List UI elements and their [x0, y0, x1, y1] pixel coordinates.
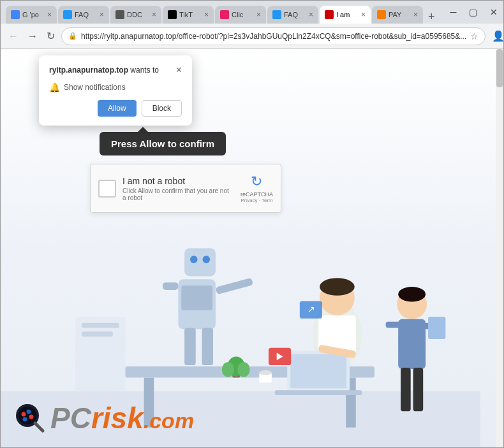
tab-close-g[interactable]: ×	[47, 10, 52, 19]
popup-site-text: ryitp.anapurnatop.top wants to	[49, 66, 159, 75]
page-content: ↗ ryitp.anapurnatop.top wants	[1, 49, 503, 447]
tab-close-tikt[interactable]: ×	[204, 10, 209, 19]
tab-title-tikt: TikT	[179, 11, 200, 18]
svg-rect-19	[275, 390, 362, 395]
scrollbar-thumb[interactable]	[496, 49, 503, 87]
svg-rect-12	[202, 328, 213, 365]
allow-button[interactable]: Allow	[98, 100, 137, 117]
tab-favicon-pay	[377, 10, 386, 19]
svg-rect-23	[398, 319, 426, 369]
tab-favicon-ddc	[115, 10, 124, 19]
pcrisk-logo-icon	[13, 401, 47, 435]
tab-close-iam[interactable]: ×	[361, 10, 366, 19]
tab-close-faq[interactable]: ×	[100, 10, 104, 19]
tab-favicon-faq	[63, 10, 72, 19]
tab-tikt[interactable]: TikT ×	[163, 6, 214, 24]
press-allow-callout: Press Allow to confirm	[100, 132, 226, 155]
tab-title-g: G 'po	[22, 11, 43, 18]
svg-point-22	[398, 287, 426, 301]
tab-close-click[interactable]: ×	[256, 10, 261, 19]
tab-strip: G 'po × FAQ × DDC × TikT × Clic ×	[6, 1, 439, 24]
svg-point-45	[27, 410, 31, 414]
svg-rect-26	[401, 368, 411, 411]
url-text: https://ryitp.anapurnatop.top/office-rob…	[81, 32, 466, 41]
recaptcha-terms: Term	[262, 198, 273, 203]
tab-close-ddc[interactable]: ×	[152, 10, 156, 19]
svg-text:↗: ↗	[308, 305, 315, 314]
tab-close-faq2[interactable]: ×	[309, 10, 313, 19]
tab-title-click: Clic	[232, 11, 253, 18]
logo-com: .com	[144, 408, 194, 433]
browser-window: G 'po × FAQ × DDC × TikT × Clic ×	[0, 0, 504, 448]
tab-title-pay: PAY	[389, 11, 410, 18]
notification-popup: ryitp.anapurnatop.top wants to × 🔔 Show …	[39, 55, 192, 126]
popup-wants-to: wants to	[130, 66, 159, 75]
svg-point-15	[320, 278, 355, 295]
tab-click[interactable]: Clic ×	[215, 6, 266, 24]
maximize-button[interactable]: ▢	[465, 6, 481, 18]
svg-rect-18	[290, 354, 346, 388]
pcrisk-logo-text: PCrisk.com	[50, 403, 194, 433]
svg-point-38	[259, 370, 272, 375]
recaptcha-checkbox[interactable]	[98, 180, 116, 198]
svg-rect-9	[163, 282, 178, 290]
svg-point-43	[19, 407, 36, 424]
tab-faq2[interactable]: FAQ ×	[267, 6, 318, 24]
svg-rect-24	[386, 322, 401, 328]
svg-point-8	[202, 256, 210, 263]
popup-close-button[interactable]: ×	[176, 64, 182, 76]
tab-favicon-tikt	[168, 10, 177, 19]
url-bar[interactable]: 🔒 https://ryitp.anapurnatop.top/office-r…	[61, 27, 485, 45]
tab-title-faq: FAQ	[75, 11, 96, 18]
scrollbar[interactable]	[496, 49, 503, 447]
minimize-button[interactable]: ─	[447, 6, 461, 18]
back-button[interactable]: ←	[6, 29, 21, 43]
block-button[interactable]: Block	[142, 100, 182, 117]
tab-title-iam: I am	[336, 11, 357, 18]
recaptcha-text-area: I am not a robot Click Allow to confirm …	[122, 176, 234, 201]
recaptcha-box: I am not a robot Click Allow to confirm …	[90, 164, 281, 213]
svg-point-36	[237, 362, 250, 377]
logo-pc: PC	[50, 401, 91, 435]
svg-rect-11	[184, 328, 196, 365]
recaptcha-label: reCAPTCHA	[241, 191, 273, 198]
tab-iam[interactable]: I am ×	[320, 6, 371, 24]
popup-buttons: Allow Block	[49, 100, 182, 117]
popup-header: ryitp.anapurnatop.top wants to ×	[49, 64, 182, 76]
profile-icon[interactable]: 👤	[489, 29, 504, 43]
tab-faq[interactable]: FAQ ×	[58, 6, 109, 24]
bookmark-icon[interactable]: ☆	[470, 31, 478, 41]
tab-favicon-iam	[325, 10, 334, 19]
tab-favicon-click	[220, 10, 229, 19]
logo-risk: risk	[91, 401, 144, 435]
close-window-button[interactable]: ✕	[486, 6, 501, 18]
svg-point-46	[29, 415, 34, 419]
reload-button[interactable]: ↻	[44, 29, 57, 43]
bell-icon: 🔔	[49, 82, 60, 92]
svg-rect-40	[82, 323, 119, 328]
tab-g[interactable]: G 'po ×	[6, 6, 57, 24]
popup-notification-label: Show notifications	[64, 83, 126, 92]
new-tab-button[interactable]: +	[424, 10, 439, 24]
lock-icon: 🔒	[68, 32, 77, 40]
svg-rect-28	[428, 317, 445, 339]
recaptcha-title: I am not a robot	[122, 176, 234, 186]
recaptcha-subtitle: Click Allow to confirm that you are not …	[122, 187, 234, 201]
forward-button[interactable]: →	[25, 29, 40, 43]
svg-rect-27	[413, 368, 424, 411]
tab-pay[interactable]: PAY ×	[372, 6, 423, 24]
pcrisk-logo: PCrisk.com	[13, 401, 194, 435]
svg-point-47	[23, 417, 27, 422]
svg-rect-41	[82, 331, 113, 336]
tab-close-pay[interactable]: ×	[413, 10, 418, 19]
recaptcha-privacy: Privacy	[241, 198, 257, 203]
popup-notification-row: 🔔 Show notifications	[49, 82, 182, 92]
tab-ddc[interactable]: DDC ×	[110, 6, 161, 24]
svg-rect-10	[215, 278, 253, 294]
tab-title-ddc: DDC	[127, 11, 148, 18]
address-bar: ← → ↻ 🔒 https://ryitp.anapurnatop.top/of…	[1, 24, 503, 49]
toolbar-icons: 👤 ⋮	[489, 29, 504, 43]
recaptcha-links: Privacy · Term	[241, 198, 273, 203]
window-controls: ─ ▢ ✕	[447, 6, 502, 18]
svg-point-44	[22, 412, 26, 417]
